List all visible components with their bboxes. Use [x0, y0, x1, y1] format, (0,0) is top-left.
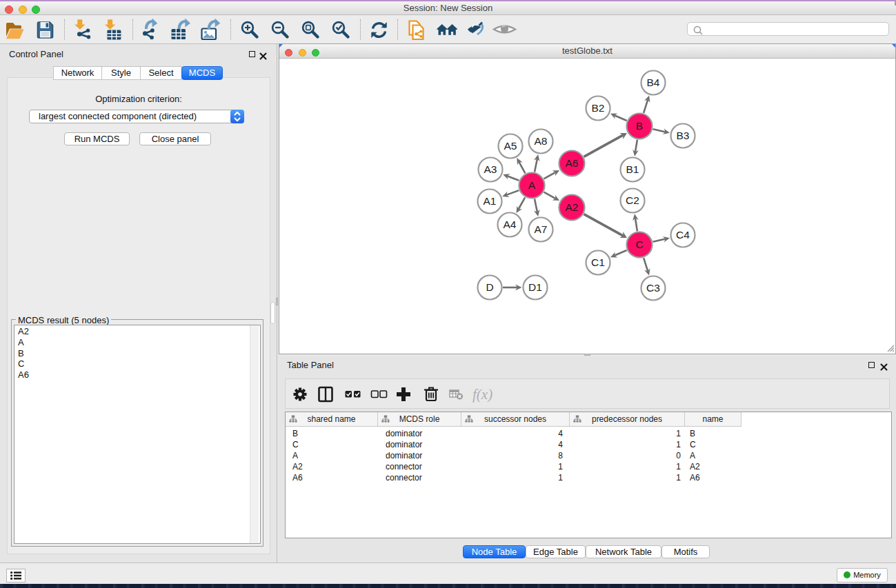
svg-text:A4: A4 [504, 219, 517, 230]
svg-text:B2: B2 [592, 102, 605, 114]
svg-text:B1: B1 [626, 163, 639, 175]
svg-text:A7: A7 [535, 223, 548, 235]
svg-text:A5: A5 [504, 140, 517, 152]
svg-text:C: C [635, 239, 643, 250]
svg-text:A6: A6 [566, 157, 579, 169]
svg-text:C4: C4 [676, 229, 690, 241]
svg-text:D1: D1 [528, 281, 542, 293]
svg-text:C1: C1 [591, 256, 605, 268]
svg-text:A2: A2 [566, 201, 579, 213]
svg-text:B3: B3 [677, 130, 690, 141]
svg-text:D: D [486, 281, 493, 293]
svg-text:C3: C3 [646, 282, 660, 294]
svg-text:A: A [528, 179, 536, 191]
svg-text:B: B [636, 120, 643, 132]
svg-text:A1: A1 [484, 195, 497, 207]
svg-text:f(x): f(x) [472, 386, 492, 403]
svg-text:B4: B4 [647, 77, 660, 88]
svg-text:A3: A3 [484, 163, 497, 175]
svg-text:A8: A8 [535, 135, 548, 147]
svg-text:C2: C2 [626, 194, 639, 206]
